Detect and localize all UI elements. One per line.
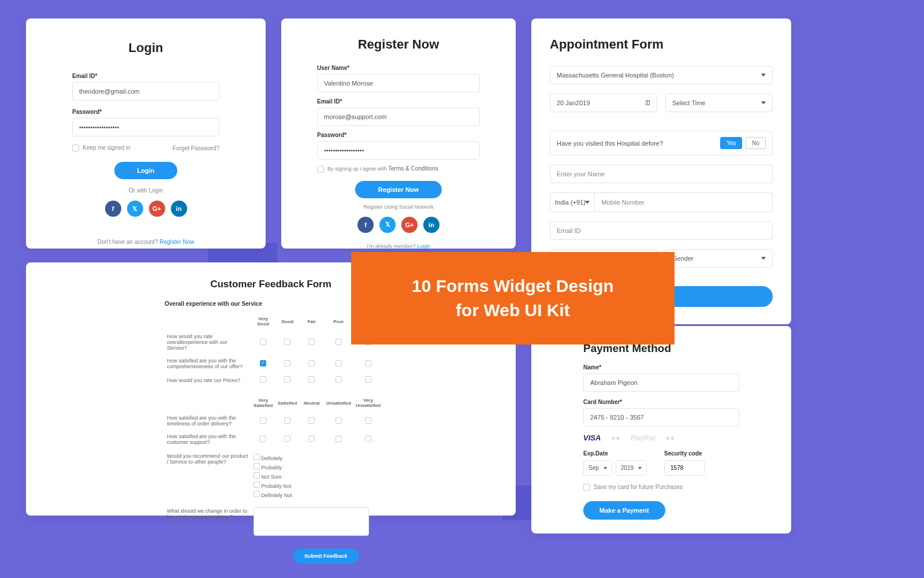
agree-checkbox[interactable]: By signing up i agree with Terms & Condi… [317, 165, 480, 173]
checkbox[interactable] [284, 436, 290, 442]
checkbox[interactable] [260, 339, 266, 345]
checkbox[interactable] [308, 339, 315, 345]
checkbox[interactable] [336, 436, 342, 442]
checkbox[interactable] [336, 417, 342, 424]
hospital-select[interactable] [550, 66, 773, 84]
checkbox[interactable] [365, 376, 371, 383]
payment-name-label: Name* [583, 364, 739, 370]
twitter-icon[interactable]: 𝕏 [127, 201, 143, 217]
reg-email-label: Email ID* [317, 98, 480, 105]
google-plus-icon[interactable]: G+ [149, 201, 165, 217]
register-title: Register Now [317, 37, 480, 52]
twitter-icon[interactable]: 𝕏 [379, 217, 396, 233]
exp-date-label: Exp.Date [583, 450, 647, 457]
reg-email-input[interactable] [317, 108, 480, 126]
checkbox[interactable] [365, 436, 371, 442]
checkbox[interactable] [260, 436, 266, 442]
checkbox[interactable] [254, 472, 260, 479]
reg-password-label: Password* [317, 132, 480, 138]
register-card: Register Now User Name* Email ID* Passwo… [281, 18, 516, 249]
section-overall: Overall experience with our Service [165, 301, 383, 307]
appt-email-input[interactable] [550, 221, 773, 240]
visited-no-button[interactable]: No [746, 137, 766, 149]
username-label: User Name* [317, 65, 480, 71]
checkbox[interactable] [308, 376, 315, 383]
checkbox[interactable] [284, 376, 290, 383]
reg-password-input[interactable] [317, 141, 480, 160]
terms-link[interactable]: Terms & Conditions [388, 165, 438, 172]
card-number-input[interactable] [583, 408, 739, 427]
year-select[interactable]: 2019 [616, 460, 647, 476]
chevron-down-icon [761, 102, 766, 105]
banner-overlay: 10 Forms Widget Designfor Web UI Kit [351, 252, 675, 344]
password-label: Password* [72, 109, 219, 115]
payment-card: Payment Method Name* Card Number* VISA ●… [531, 326, 791, 533]
chevron-down-icon [638, 467, 642, 469]
chevron-down-icon [761, 257, 766, 260]
password-input[interactable] [72, 118, 219, 136]
mobile-input[interactable] [595, 192, 773, 212]
security-code-label: Security code [664, 450, 705, 457]
calendar-icon: 🗓 [644, 99, 651, 107]
checkbox[interactable] [308, 436, 315, 442]
email-input[interactable] [72, 82, 219, 101]
checkbox[interactable] [308, 360, 315, 366]
paypal-icon[interactable]: PayPal [631, 433, 655, 442]
expectations-textarea[interactable] [254, 507, 369, 536]
checkbox[interactable] [284, 339, 290, 345]
email-label: Email ID* [72, 73, 219, 79]
date-picker[interactable]: 🗓 [550, 94, 657, 112]
time-select[interactable] [665, 94, 773, 112]
checkbox[interactable] [284, 417, 290, 424]
login-footer-text: Don't have an account? [98, 239, 160, 245]
checkbox[interactable] [254, 491, 260, 497]
name-input[interactable] [550, 165, 773, 183]
checkbox[interactable] [365, 417, 371, 424]
register-link[interactable]: Register Now [159, 239, 194, 245]
login-card: Login Email ID* Password* Keep me signed… [26, 18, 266, 249]
register-button[interactable]: Register Now [355, 181, 442, 198]
forgot-password-link[interactable]: Forget Password? [173, 145, 219, 151]
security-code-input[interactable] [664, 460, 705, 476]
appointment-title: Appointment Form [550, 37, 773, 52]
month-select[interactable]: Sep [583, 460, 612, 476]
visited-label: Have you visited this Hospital defore? [557, 140, 663, 147]
country-code-select[interactable]: India (+91) [550, 192, 595, 212]
make-payment-button[interactable]: Make a Payment [583, 501, 665, 520]
login-button[interactable]: Login [114, 162, 178, 179]
checkbox[interactable] [260, 417, 266, 424]
checkbox[interactable] [336, 360, 342, 366]
linkedin-icon[interactable]: in [171, 201, 187, 217]
checkbox[interactable] [254, 463, 260, 469]
feedback-table-1: Very GoodGoodFairPoorVery Poor How would… [165, 313, 383, 540]
username-input[interactable] [317, 74, 480, 92]
mastercard-icon[interactable]: ●● [611, 433, 620, 442]
card-number-label: Card Number* [583, 399, 739, 405]
checkbox[interactable] [365, 360, 371, 366]
checkbox-checked[interactable] [260, 360, 266, 366]
payment-name-input[interactable] [583, 373, 739, 392]
checkbox[interactable] [260, 376, 266, 383]
chevron-down-icon [603, 467, 607, 469]
visited-yes-button[interactable]: Yes [720, 137, 742, 149]
checkbox[interactable] [308, 417, 315, 424]
gender-select[interactable] [665, 249, 773, 268]
checkbox[interactable] [284, 360, 290, 366]
maestro-icon[interactable]: ●● [666, 433, 675, 442]
facebook-icon[interactable]: f [357, 217, 374, 233]
linkedin-icon[interactable]: in [423, 217, 439, 233]
register-social-label: Register Using Social Network [317, 204, 480, 210]
register-footer-text: I'm already member? [367, 243, 418, 249]
checkbox[interactable] [254, 454, 260, 460]
keep-signed-checkbox[interactable]: Keep me signed in [72, 144, 131, 151]
save-card-checkbox[interactable]: Save my card for future Purchases [583, 484, 739, 491]
login-link[interactable]: Login [417, 243, 430, 249]
feedback-submit-button[interactable]: Submit Feedback [293, 549, 359, 564]
google-plus-icon[interactable]: G+ [401, 217, 418, 233]
checkbox[interactable] [336, 339, 342, 345]
facebook-icon[interactable]: f [105, 201, 121, 217]
checkbox[interactable] [336, 376, 342, 383]
or-with-login-label: Or with Login [72, 187, 219, 194]
checkbox[interactable] [254, 481, 260, 488]
visa-icon[interactable]: VISA [583, 433, 601, 442]
